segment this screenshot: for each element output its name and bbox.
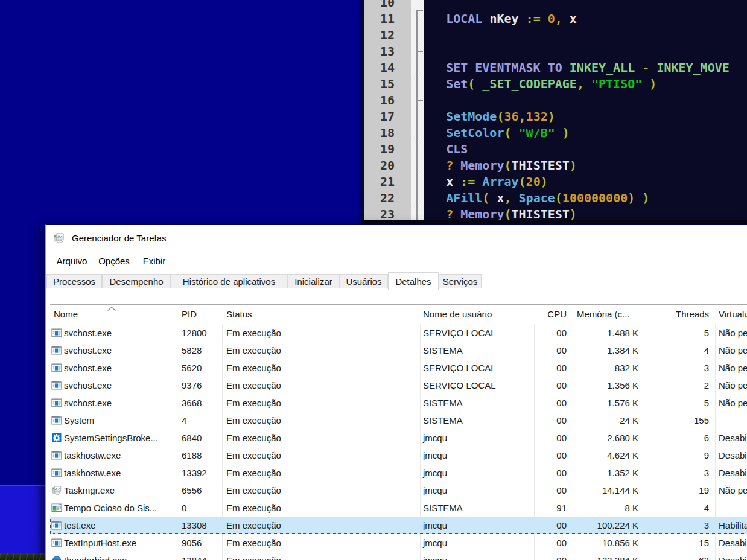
process-cpu: 00: [534, 412, 567, 429]
process-user: jmcqu: [423, 429, 447, 447]
menu-exibir[interactable]: Exibir: [140, 253, 168, 270]
line-numbers: 1011121314151617181920212223: [364, 0, 411, 223]
line-number: 14: [364, 60, 411, 76]
process-row-svchostexe[interactable]: svchost.exe12800Em execuçãoSERVIÇO LOCAL…: [50, 324, 747, 342]
process-status: Em execução: [226, 499, 281, 517]
editor-line-number-gutter[interactable]: 1011121314151617181920212223: [364, 0, 411, 221]
process-name: svchost.exe: [64, 324, 112, 342]
process-pid: 0: [182, 499, 186, 517]
tab-usuarios[interactable]: Usuários: [340, 274, 388, 288]
process-row-thunderbirdexe[interactable]: thunderbird.exe12844Em execuçãojmcqu0013…: [50, 552, 747, 560]
process-threads: 155: [640, 412, 709, 429]
process-row-tempoociosodosis[interactable]: Tempo Ocioso do Sis...0Em execuçãoSISTEM…: [50, 499, 747, 517]
task-manager-icon: [54, 233, 64, 243]
process-row-svchostexe[interactable]: svchost.exe5620Em execuçãoSERVIÇO LOCAL0…: [50, 359, 747, 377]
process-cpu: 00: [534, 342, 567, 359]
column-header-row: Nome PID Status Nome de usuário CPU Memó…: [50, 305, 747, 324]
tab-detalhes[interactable]: Detalhes: [388, 272, 439, 290]
tab-desempenho[interactable]: Desempenho: [102, 274, 171, 288]
code-line: [424, 92, 747, 109]
process-virtualization: Não permitido: [719, 482, 747, 499]
code-line: Set( _SET_CODEPAGE, "PTISO" ): [424, 76, 747, 92]
process-row-systemsettingsbroke[interactable]: SystemSettingsBroke...6840Em execuçãojmc…: [50, 429, 747, 447]
process-status: Em execução: [226, 412, 281, 429]
line-number: 17: [364, 109, 411, 125]
column-header-status[interactable]: Status: [226, 305, 252, 324]
menu-bar: ArquivoOpçõesExibir: [46, 253, 747, 270]
sort-ascending-icon: [107, 307, 116, 311]
process-cpu: 00: [534, 324, 567, 342]
tab-servicos[interactable]: Serviços: [439, 274, 482, 288]
process-user: SISTEMA: [423, 412, 463, 429]
title-bar[interactable]: Gerenciador de Tarefas: [46, 225, 747, 253]
process-user: SISTEMA: [423, 394, 463, 412]
process-user: jmcqu: [423, 534, 447, 552]
process-virtualization: Não permitido: [719, 324, 747, 342]
menu-arquivo[interactable]: Arquivo: [54, 253, 90, 270]
process-status: Em execução: [226, 447, 281, 464]
menu-opcoes[interactable]: Opções: [96, 253, 132, 270]
process-row-taskmgrexe[interactable]: Taskmgr.exe6556Em execuçãojmcqu0014.144 …: [50, 482, 747, 499]
column-header-user[interactable]: Nome de usuário: [423, 305, 492, 324]
process-row-testexe[interactable]: test.exe13308Em execuçãojmcqu00100.224 K…: [50, 517, 747, 534]
process-name: System: [64, 412, 94, 429]
taskmgr-icon: [51, 486, 62, 495]
process-virtualization: Habilitada: [719, 517, 747, 534]
process-name: svchost.exe: [64, 359, 112, 377]
process-threads: 4: [640, 499, 709, 517]
process-pid: 4: [182, 412, 186, 429]
code-line: [424, 0, 747, 11]
process-threads: 15: [640, 534, 709, 552]
process-row-system[interactable]: System4Em execuçãoSISTEMA0024 K155: [50, 412, 747, 429]
process-user: jmcqu: [423, 552, 447, 560]
column-header-cpu[interactable]: CPU: [534, 305, 567, 324]
process-name: taskhostw.exe: [64, 464, 121, 482]
process-row-taskhostwexe[interactable]: taskhostw.exe6188Em execuçãojmcqu004.624…: [50, 447, 747, 464]
process-virtualization: Não permitido: [719, 377, 747, 394]
process-status: Em execução: [226, 464, 281, 482]
exe-icon: [51, 363, 62, 372]
process-row-svchostexe[interactable]: svchost.exe5828Em execuçãoSISTEMA001.384…: [50, 342, 747, 359]
column-header-pid[interactable]: PID: [182, 305, 197, 324]
tab-inicializar[interactable]: Inicializar: [287, 274, 340, 288]
line-number: 21: [364, 174, 411, 190]
tab-processos[interactable]: Processos: [46, 274, 102, 288]
process-row-textinputhostexe[interactable]: TextInputHost.exe9056Em execuçãojmcqu001…: [50, 534, 747, 552]
process-cpu: 00: [534, 394, 567, 412]
thunderbird-icon: [51, 556, 62, 560]
process-user: jmcqu: [423, 482, 447, 499]
editor-code-area[interactable]: LOCAL nKey := 0, x SET EVENTMASK TO INKE…: [424, 0, 747, 221]
process-threads: 3: [640, 464, 709, 482]
column-header-nome[interactable]: Nome: [54, 305, 78, 324]
code-editor-window[interactable]: 1011121314151617181920212223 LOCAL nKey …: [362, 0, 747, 224]
column-header-threads[interactable]: Threads: [640, 305, 709, 324]
process-user: SISTEMA: [423, 499, 463, 517]
tab-historico-de-aplicativos[interactable]: Histórico de aplicativos: [171, 274, 287, 288]
process-cpu: 00: [534, 464, 567, 482]
window-shadow: [37, 486, 45, 554]
process-row-taskhostwexe[interactable]: taskhostw.exe13392Em execuçãojmcqu001.35…: [50, 464, 747, 482]
fold-tick: [418, 100, 423, 101]
process-virtualization: Desabilitada: [719, 464, 747, 482]
idle-icon: [51, 503, 62, 512]
column-header-mem[interactable]: Memória (c...: [577, 305, 630, 324]
process-threads: 5: [640, 324, 709, 342]
code-line: SetMode(36,132): [424, 109, 747, 125]
process-name: svchost.exe: [64, 394, 112, 412]
process-memory: 1.352 K: [570, 464, 638, 482]
process-pid: 5620: [182, 359, 202, 377]
process-row-svchostexe[interactable]: svchost.exe9376Em execuçãoSERVIÇO LOCAL0…: [50, 377, 747, 394]
process-threads: 19: [640, 482, 709, 499]
code-line: x := Array(20): [424, 174, 747, 190]
process-cpu: 91: [534, 499, 567, 517]
fold-indicator-line: [416, 10, 418, 221]
column-header-virt[interactable]: Virtualização: [719, 305, 747, 324]
process-cpu: 00: [534, 552, 567, 560]
process-row-svchostexe[interactable]: svchost.exe3668Em execuçãoSISTEMA001.576…: [50, 394, 747, 412]
tab-bar: ProcessosDesempenhoHistórico de aplicati…: [46, 272, 747, 290]
exe-icon: [51, 538, 62, 547]
process-user: SERVIÇO LOCAL: [423, 377, 496, 394]
process-memory: 1.576 K: [570, 394, 638, 412]
code-line: ? Memory(THISTEST): [424, 206, 747, 221]
process-pid: 6556: [182, 482, 202, 499]
